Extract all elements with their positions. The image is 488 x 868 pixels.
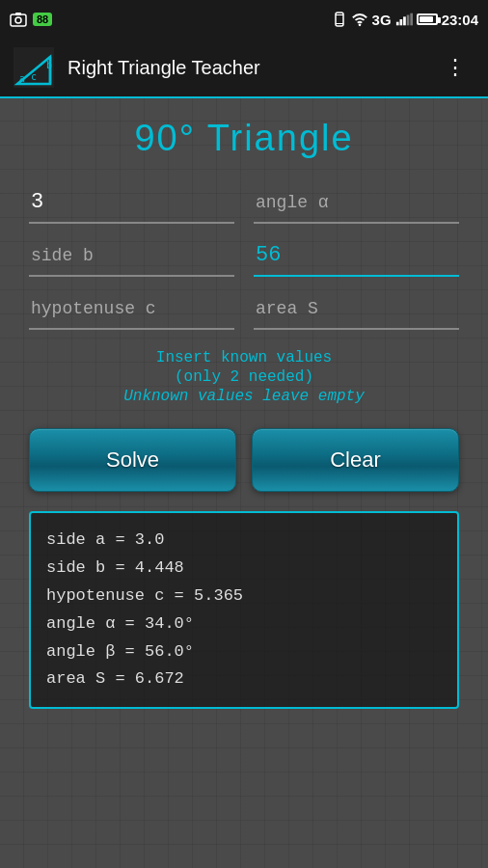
side-a-field-wrapper bbox=[29, 186, 234, 224]
network-label: 3G bbox=[372, 12, 392, 28]
result-line-0: side a = 3.0 bbox=[46, 527, 442, 555]
input-grid bbox=[29, 186, 459, 330]
app-logo-icon: a b c bbox=[14, 47, 54, 88]
solve-button[interactable]: Solve bbox=[29, 428, 236, 492]
result-line-3: angle α = 34.0° bbox=[46, 610, 442, 638]
result-line-4: angle β = 56.0° bbox=[46, 638, 442, 666]
info-line-3: Unknown values leave empty bbox=[29, 388, 459, 405]
svg-rect-10 bbox=[406, 15, 409, 26]
info-line-1: Insert known values bbox=[29, 349, 459, 366]
photo-icon bbox=[10, 12, 27, 27]
hyp-c-input[interactable] bbox=[29, 292, 234, 324]
app-bar: a b c Right Triangle Teacher ⋮ bbox=[0, 39, 488, 98]
svg-rect-8 bbox=[399, 19, 402, 25]
triangle-title: 90° Triangle bbox=[29, 118, 459, 159]
time-display: 23:04 bbox=[442, 12, 478, 28]
status-bar: 88 3G 23:04 bbox=[0, 0, 488, 39]
svg-point-1 bbox=[15, 17, 21, 23]
result-line-1: side b = 4.448 bbox=[46, 555, 442, 583]
result-line-2: hypotenuse c = 5.365 bbox=[46, 583, 442, 610]
svg-text:a: a bbox=[19, 73, 25, 84]
hyp-c-field-wrapper bbox=[29, 292, 234, 330]
overflow-menu-button[interactable]: ⋮ bbox=[437, 47, 474, 88]
results-box: side a = 3.0side b = 4.448hypotenuse c =… bbox=[29, 511, 459, 709]
status-left: 88 bbox=[10, 12, 52, 27]
result-line-5: area S = 6.672 bbox=[46, 665, 442, 693]
wifi-icon bbox=[351, 12, 368, 27]
status-right: 3G 23:04 bbox=[332, 12, 478, 28]
main-content: 90° Triangle Insert known values (only 2… bbox=[0, 98, 488, 868]
app-title: Right Triangle Teacher bbox=[68, 57, 437, 79]
side-b-input[interactable] bbox=[29, 239, 234, 271]
info-line-2: (only 2 needed) bbox=[29, 368, 459, 386]
svg-rect-11 bbox=[410, 14, 413, 26]
signal-icon bbox=[395, 13, 413, 26]
side-a-input[interactable] bbox=[29, 186, 234, 218]
angle-b-input[interactable] bbox=[254, 239, 459, 271]
svg-rect-2 bbox=[15, 13, 21, 15]
svg-text:b: b bbox=[46, 60, 52, 70]
angle-a-field-wrapper bbox=[254, 186, 459, 224]
svg-rect-0 bbox=[11, 14, 26, 26]
battery-icon bbox=[417, 14, 438, 25]
svg-rect-7 bbox=[396, 22, 399, 26]
area-s-input[interactable] bbox=[254, 292, 459, 324]
button-row: Solve Clear bbox=[29, 428, 459, 492]
area-s-field-wrapper bbox=[254, 292, 459, 330]
clear-button[interactable]: Clear bbox=[252, 428, 459, 492]
side-b-field-wrapper bbox=[29, 239, 234, 277]
info-text: Insert known values (only 2 needed) Unkn… bbox=[29, 349, 459, 405]
svg-point-6 bbox=[358, 24, 361, 27]
angle-b-field-wrapper bbox=[254, 239, 459, 277]
battery-notification: 88 bbox=[33, 13, 52, 26]
svg-rect-9 bbox=[403, 16, 406, 25]
angle-a-input[interactable] bbox=[254, 186, 459, 218]
svg-text:c: c bbox=[31, 71, 37, 82]
phone-icon bbox=[332, 12, 347, 27]
